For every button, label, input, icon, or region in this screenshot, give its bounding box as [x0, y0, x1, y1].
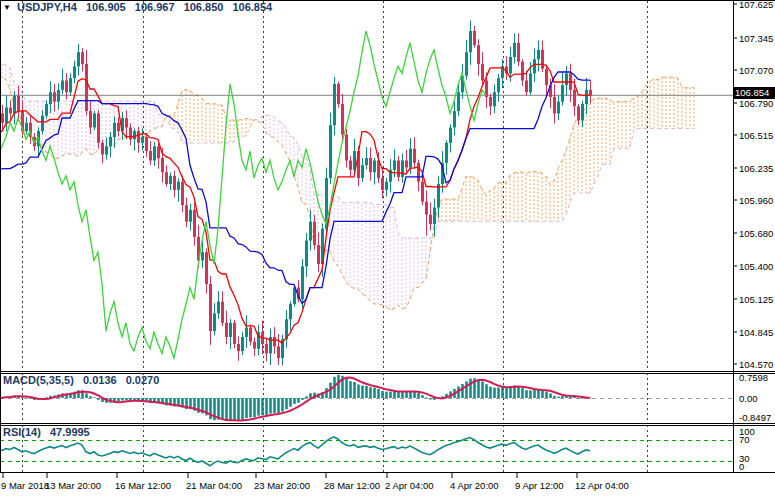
rsi-pane: [0, 425, 733, 473]
price-chart-canvas[interactable]: 107.625107.345107.070106.790106.515106.2…: [0, 0, 775, 497]
rsi-value: 47.9995: [50, 426, 90, 438]
chart-shift-marker-icon: ▼: [3, 3, 11, 12]
senkou-span-b-line: [0, 0, 694, 238]
price-axis[interactable]: [733, 0, 775, 473]
chikou-span-line: [0, 31, 486, 358]
rsi-indicator-label: RSI(14) 47.9995: [3, 426, 90, 438]
ohlc-high-value: 106.967: [135, 1, 175, 13]
candles-layer: [1, 20, 592, 365]
chart-title: ▼ USDJPY,H4 106.905 106.967 106.850 106.…: [3, 1, 272, 13]
ohlc-open-value: 106.905: [86, 1, 126, 13]
main-price-pane: [0, 0, 733, 371]
ohlc-close-value: 106.854: [232, 1, 272, 13]
ohlc-low-value: 106.850: [184, 1, 224, 13]
rsi-name: RSI(14): [3, 426, 41, 438]
macd-indicator-label: MACD(5,35,5) 0.0136 0.0270: [3, 374, 159, 386]
time-axis[interactable]: [0, 474, 775, 497]
macd-name: MACD(5,35,5): [3, 374, 74, 386]
symbol-timeframe-label: USDJPY,H4: [17, 1, 77, 13]
macd-signal-value: 0.0270: [126, 374, 160, 386]
mt4-chart-window: 107.625107.345107.070106.790106.515106.2…: [0, 0, 775, 497]
macd-main-value: 0.0136: [83, 374, 117, 386]
